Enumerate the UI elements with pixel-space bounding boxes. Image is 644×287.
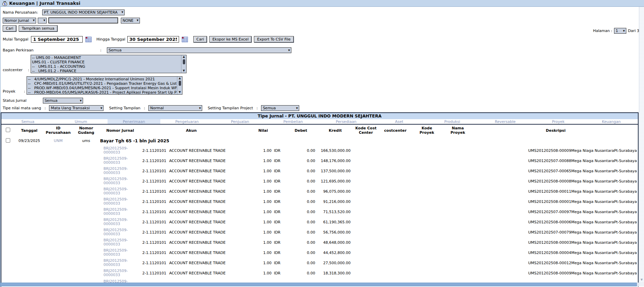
col-header-kode-cost-center: Kode Cost Center (353, 125, 379, 136)
journal-number-link[interactable]: BRJ2012509-0000033 (103, 238, 131, 246)
journal-type-tab[interactable]: Pembelian (267, 119, 320, 124)
debet-cell: 0.00 (284, 237, 318, 248)
bagan-perkiraan-label: Bagan Perkiraan: (3, 48, 101, 52)
proyek-listbox[interactable]: ▲ ▼ -- 4/UMS/MDLZ/PPIC/1-2021 - Mondelez… (27, 76, 182, 95)
costcenter-cell (379, 258, 412, 268)
journal-number-link[interactable]: BRJ2012509-0000033 (103, 269, 131, 277)
akun-nama: ACCOUNT RECEIVABLE TRADE (169, 237, 242, 248)
calendar-icon[interactable] (85, 37, 92, 42)
export-csv-button[interactable]: Export To CSV File (254, 36, 294, 43)
kredit-cell: 18,318,300.00 (318, 268, 353, 278)
col-header-nilai: Nilai (242, 125, 284, 136)
costcenter-scrollbar[interactable]: ▲ ▼ (181, 55, 186, 73)
journal-number-link[interactable]: BRJ2012509-0000033 (103, 259, 131, 267)
journal-type-tab[interactable]: Penerimaan (108, 119, 161, 124)
cari-button[interactable]: Cari (3, 25, 16, 32)
nama-proyek-cell (442, 176, 473, 186)
kode-proyek-cell (412, 237, 442, 248)
journal-type-tab[interactable]: Keuangan (585, 119, 638, 124)
journal-type-tab[interactable]: Umum (54, 119, 108, 124)
journal-number-link[interactable]: BRJ2012509-0000033 (103, 197, 131, 206)
proyek-scrollbar[interactable]: ▲ ▼ (177, 77, 182, 94)
status-jurnal-select[interactable]: Semua ▼ (43, 98, 83, 103)
page-select[interactable]: 1 ▼ (614, 28, 626, 34)
journal-number-link[interactable]: BRJ2012509-0000033 (103, 177, 131, 185)
bagan-perkiraan-select[interactable]: Semua ▼ (107, 47, 291, 53)
company-id-link[interactable]: UNM (54, 139, 63, 143)
proyek-option[interactable]: -- PROD.WF-MBD/03.04/UMS/MESIN/6-2021 - … (28, 86, 177, 90)
export-excel-button[interactable]: Ekspor ke MS Excel (209, 36, 252, 43)
search-operator-select[interactable]: ▼ (38, 18, 47, 23)
journal-number-link[interactable]: BRJ2012509-0000033 (103, 208, 131, 216)
journal-number-link[interactable]: BRJ2012509-0000033 (103, 228, 131, 236)
costcenter-option[interactable]: -- UMS.01.1 - ACCOUNTING (32, 64, 181, 69)
tampilkan-semua-button[interactable]: Tampilkan semua (19, 25, 58, 32)
mulai-tanggal-input[interactable] (31, 36, 83, 43)
journal-search-input[interactable] (48, 17, 118, 23)
costcenter-cell (379, 196, 412, 207)
debet-cell: 0.00 (284, 268, 318, 278)
journal-detail-row: BRJ2012509-0000033 2-1.1120101 ACCOUNT R… (1, 145, 638, 156)
company-select[interactable]: PT. UNGGUL INDO MODERN SEJAHTERA ▼ (42, 10, 125, 15)
scrollbar-corner (639, 283, 644, 286)
nilai-cell: 1.00IDR (242, 145, 284, 156)
journal-number-link[interactable]: BRJ2012509-0000033 (103, 218, 131, 226)
akun-kode: 2-1.1120101 (140, 176, 169, 186)
journal-type-tab[interactable]: Aset (373, 119, 426, 124)
search-field-select[interactable]: Nomor Jurnal ▼ (3, 18, 36, 23)
journal-number-link[interactable]: BRJ2012509-0000033 (103, 187, 131, 195)
scroll-up-icon[interactable]: ▲ (179, 77, 181, 80)
tipe-nilai-select[interactable]: Mata Uang Transaksi ▼ (49, 105, 103, 111)
journal-number-link[interactable]: BRJ2012509-0000033 (103, 249, 131, 257)
row-checkbox[interactable] (6, 138, 10, 143)
costcenter-listbox[interactable]: ▲ ▼ -- UMS.00 - MANAGEMENTUMS.01 - CLUST… (31, 55, 187, 73)
journal-type-tab[interactable]: Proyek (532, 119, 585, 124)
scroll-up-icon[interactable]: ▲ (183, 55, 185, 59)
setting-tampilan-select[interactable]: Normal ▼ (148, 105, 202, 111)
journal-number-link[interactable]: BRJ2012509-0000033 (103, 146, 131, 155)
journal-type-tab[interactable]: Pengeluaran (160, 119, 213, 124)
hingga-tanggal-input[interactable] (127, 36, 179, 43)
horizontal-scrollbar[interactable] (0, 283, 639, 286)
journal-number-link[interactable]: BRJ2012509-0000033 (103, 157, 131, 165)
col-header-nama-proyek: Nama Proyek (442, 125, 473, 136)
scroll-down-icon[interactable]: ▼ (183, 69, 185, 73)
journal-type-tab[interactable]: Reversable (479, 119, 532, 124)
costcenter-option[interactable]: -- UMS.01.2 - FINANCE (32, 69, 181, 73)
journal-type-tab[interactable]: Produksi (426, 119, 479, 124)
debet-cell: 0.00 (284, 217, 318, 227)
proyek-option[interactable]: -- PROD-MBD/04.05/UMS/APLIKASI/6-2021 - … (28, 90, 177, 95)
scroll-down-icon[interactable]: ▼ (179, 91, 181, 94)
kode-cost-center-cell (353, 196, 379, 207)
search-mode-select[interactable]: NONE ▼ (121, 18, 140, 23)
scrollbar-thumb[interactable] (183, 59, 185, 64)
calendar-icon[interactable] (182, 37, 188, 42)
colon: : (45, 106, 46, 110)
akun-kode: 2-1.1120101 (140, 196, 169, 207)
journal-type-tab[interactable]: Persediaan (320, 119, 373, 124)
nilai-cell: 1.00IDR (242, 196, 284, 207)
setting-tampilan-project-select[interactable]: Semua ▼ (261, 105, 299, 111)
costcenter-option[interactable]: -- UMS.00 - MANAGEMENT (32, 55, 181, 60)
journal-panel: Tipe Jurnal - PT. UNGGUL INDO MODERN SEJ… (1, 112, 639, 287)
scrollbar-thumb[interactable] (179, 81, 181, 86)
akun-nama: ACCOUNT RECEIVABLE TRADE (169, 196, 242, 207)
akun-kode: 2-1.1120101 (140, 227, 169, 237)
vertical-scrollbar[interactable]: ▼ (639, 7, 644, 283)
debet-cell: 0.00 (284, 227, 318, 237)
panel-title: Tipe Jurnal - PT. UNGGUL INDO MODERN SEJ… (1, 113, 638, 119)
costcenter-label: costcenter: (3, 68, 29, 72)
cari-date-button[interactable]: Cari (193, 36, 207, 43)
costcenter-option[interactable]: UMS.01 - CLUSTER FINANCE (32, 60, 181, 64)
proyek-option[interactable]: -- 4/UMS/MDLZ/PPIC/1-2021 - Mondelez Int… (28, 77, 177, 81)
journal-number-link[interactable]: BRJ2012509-0000033 (103, 167, 131, 175)
horizontal-scrollbar-thumb[interactable] (0, 283, 637, 286)
select-all-checkbox[interactable] (6, 128, 10, 132)
proyek-option[interactable]: -- CPC-MBD/01.01/UMS/UTILITY/2-2021 - Pe… (28, 81, 177, 86)
journal-detail-row: BRJ2012509-0000033 2-1.1120101 ACCOUNT R… (1, 217, 638, 227)
svg-text:$: $ (4, 2, 6, 5)
journal-type-tab[interactable]: Semua (1, 119, 54, 124)
scroll-down-icon[interactable]: ▼ (639, 278, 644, 281)
nilai-cell: 1.00IDR (242, 227, 284, 237)
journal-type-tab[interactable]: Penjualan (213, 119, 267, 124)
